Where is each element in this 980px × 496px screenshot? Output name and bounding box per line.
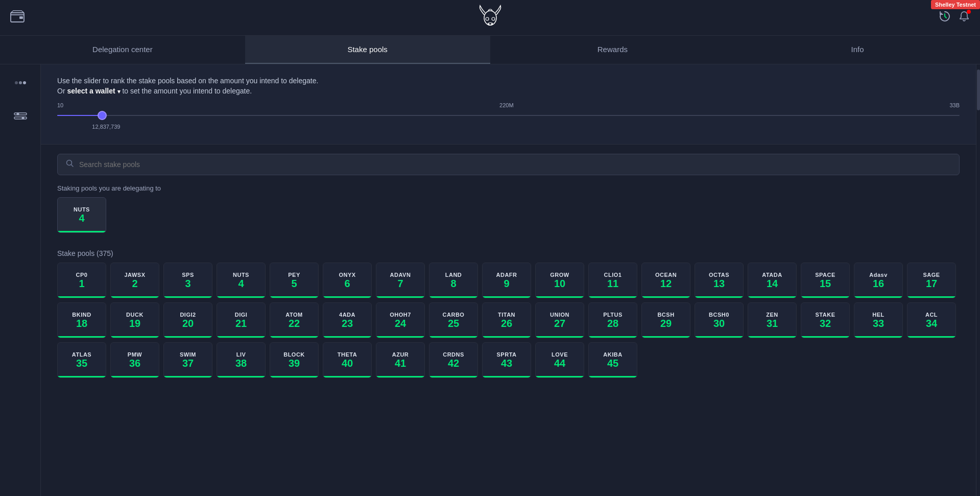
slider-labels: 10 220M 33B (57, 102, 960, 108)
slider-max-label: 33B (949, 102, 960, 108)
pool-grid: CP0 1 JAWSX 2 SPS 3 NUTS 4 PEY 5 ONYX 6 … (41, 263, 976, 386)
select-wallet-link[interactable]: select a wallet ▾ (67, 87, 120, 95)
pool-card[interactable]: OHOH7 24 (376, 302, 425, 338)
pool-card[interactable]: LOVE 44 (535, 342, 584, 378)
pool-card[interactable]: CP0 1 (57, 263, 106, 298)
tab-delegation-center[interactable]: Delegation center (0, 36, 245, 64)
pool-rank: 19 (129, 318, 140, 329)
sidebar-settings-icon[interactable] (13, 109, 28, 126)
pool-card[interactable]: OCTAS 13 (695, 263, 744, 298)
pool-card[interactable]: CARBO 25 (429, 302, 478, 338)
pool-rank: 34 (926, 318, 937, 329)
pool-rank: 7 (397, 278, 403, 290)
pool-card[interactable]: PEY 5 (270, 263, 319, 298)
delegating-pool-card[interactable]: NUTS 4 (57, 197, 106, 233)
pool-card[interactable]: SPRTA 43 (482, 342, 531, 378)
pool-card[interactable]: ONYX 6 (323, 263, 372, 298)
pool-rank: 30 (713, 318, 725, 329)
scrollbar[interactable] (976, 64, 980, 496)
pool-rank: 2 (132, 278, 137, 290)
pool-card[interactable]: DIGI2 20 (163, 302, 212, 338)
svg-rect-12 (14, 117, 27, 119)
pool-card[interactable]: ZEN 31 (748, 302, 797, 338)
pool-card[interactable]: ACL 34 (907, 302, 956, 338)
pool-card[interactable]: OCEAN 12 (641, 263, 690, 298)
pool-card[interactable]: AZUR 41 (376, 342, 425, 378)
pool-rank: 43 (501, 358, 512, 369)
pool-name: LIV (236, 351, 246, 358)
pool-rank: 32 (820, 318, 831, 329)
pool-card[interactable]: ADAFR 9 (482, 263, 531, 298)
pool-name: ZEN (766, 312, 778, 318)
pool-card[interactable]: PLTUS 28 (588, 302, 637, 338)
pools-count-label: Stake pools (375) (41, 245, 976, 263)
pool-name: GROW (550, 272, 569, 278)
topbar-left (10, 10, 25, 26)
pool-card[interactable]: ATLAS 35 (57, 342, 106, 378)
tab-rewards[interactable]: Rewards (490, 36, 735, 64)
pool-name: PLTUS (603, 312, 623, 318)
pool-rank: 5 (291, 278, 297, 290)
pool-card[interactable]: THETA 40 (323, 342, 372, 378)
svg-point-7 (491, 23, 492, 24)
pool-name: PEY (288, 272, 300, 278)
slider-min-label: 10 (57, 102, 63, 108)
pool-card[interactable]: LAND 8 (429, 263, 478, 298)
pool-card[interactable]: 4ADA 23 (323, 302, 372, 338)
pool-card[interactable]: ATADA 14 (748, 263, 797, 298)
pool-name: SPACE (815, 272, 835, 278)
scroll-thumb[interactable] (977, 69, 980, 110)
slider-thumb[interactable] (98, 111, 107, 120)
pool-name: ATOM (285, 312, 302, 318)
slider-section: Use the slider to rank the stake pools b… (41, 64, 976, 145)
pool-card[interactable]: SAGE 17 (907, 263, 956, 298)
pool-card[interactable]: NUTS 4 (217, 263, 266, 298)
pool-name: CRDNS (443, 351, 464, 358)
pool-card[interactable]: CRDNS 42 (429, 342, 478, 378)
pool-rank: 9 (504, 278, 509, 290)
pool-card[interactable]: DUCK 19 (110, 302, 159, 338)
pool-card[interactable]: SWIM 37 (163, 342, 212, 378)
pool-card[interactable]: BCSH0 30 (695, 302, 744, 338)
pool-name: ATADA (762, 272, 782, 278)
pool-card[interactable]: PMW 36 (110, 342, 159, 378)
pool-card[interactable]: BKIND 18 (57, 302, 106, 338)
pool-card[interactable]: HEL 33 (854, 302, 903, 338)
logo (475, 2, 506, 32)
tab-stake-pools[interactable]: Stake pools (245, 36, 490, 64)
tab-info[interactable]: Info (735, 36, 980, 64)
pool-card[interactable]: UNION 27 (535, 302, 584, 338)
pool-name: PMW (128, 351, 142, 358)
pool-name: SAGE (923, 272, 940, 278)
search-box (57, 154, 960, 175)
pool-card[interactable]: ATOM 22 (270, 302, 319, 338)
sidebar-loading-icon[interactable] (12, 75, 29, 93)
main-layout: Use the slider to rank the stake pools b… (0, 64, 980, 496)
pool-card[interactable]: LIV 38 (217, 342, 266, 378)
pool-card[interactable]: BLOCK 39 (270, 342, 319, 378)
pool-card[interactable]: SPS 3 (163, 263, 212, 298)
pool-name: CARBO (443, 312, 465, 318)
wallet-icon[interactable] (10, 10, 25, 26)
search-input[interactable] (79, 160, 951, 169)
pool-card[interactable]: JAWSX 2 (110, 263, 159, 298)
pool-name: SWIM (180, 351, 196, 358)
pool-card[interactable]: DIGI 21 (217, 302, 266, 338)
bell-icon[interactable] (959, 11, 970, 25)
pool-card[interactable]: CLIO1 11 (588, 263, 637, 298)
pool-card[interactable]: SPACE 15 (801, 263, 850, 298)
pool-rank: 33 (873, 318, 884, 329)
pool-card[interactable]: GROW 10 (535, 263, 584, 298)
pool-card[interactable]: TITAN 26 (482, 302, 531, 338)
pool-card[interactable]: ADAVN 7 (376, 263, 425, 298)
pool-card[interactable]: Adasv 16 (854, 263, 903, 298)
slider-wrap[interactable] (57, 110, 960, 121)
slider-mid-label: 220M (499, 102, 514, 108)
pool-name: AZUR (392, 351, 409, 358)
pool-card[interactable]: BCSH 29 (641, 302, 690, 338)
pool-rank: 35 (76, 358, 87, 369)
sync-icon[interactable] (939, 11, 950, 25)
pool-card[interactable]: STAKE 32 (801, 302, 850, 338)
pool-rank: 41 (395, 358, 406, 369)
pool-card[interactable]: AKIBA 45 (588, 342, 637, 378)
